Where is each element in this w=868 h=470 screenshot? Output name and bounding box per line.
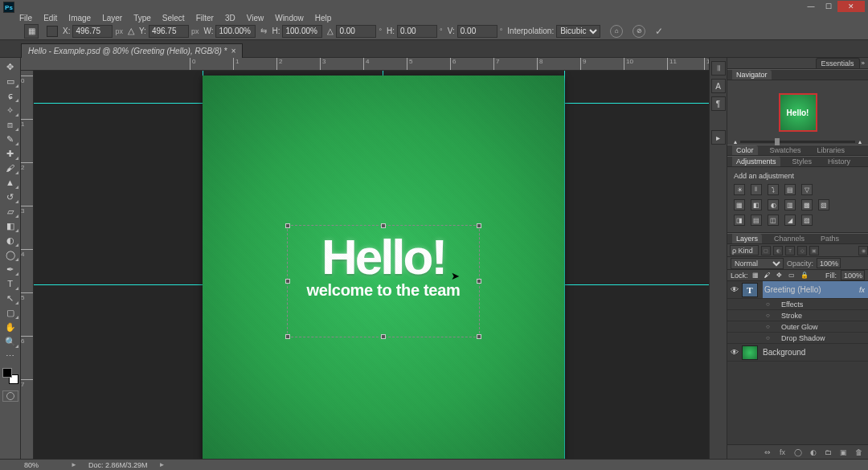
menu-view[interactable]: View (247, 14, 264, 22)
adj-gradient-icon[interactable]: ◢ (784, 215, 796, 226)
lock-pixels-icon[interactable]: 🖌 (764, 272, 772, 280)
tab-color[interactable]: Color (732, 145, 758, 155)
interp-select[interactable]: Bicubic (556, 25, 600, 38)
status-arrow-icon[interactable]: ► (71, 461, 77, 468)
menu-help[interactable]: Help (315, 14, 332, 22)
move-tool[interactable]: ✥ (2, 59, 19, 74)
mask-icon[interactable]: ◯ (792, 447, 803, 457)
transform-handle-bl[interactable] (285, 334, 290, 339)
link-wh-icon[interactable]: ⇆ (260, 27, 267, 35)
adj-select-icon[interactable]: ▨ (801, 215, 813, 226)
hand-tool[interactable]: ✋ (2, 320, 19, 334)
adj-poster-icon[interactable]: ▤ (751, 215, 762, 226)
adj-bw-icon[interactable]: ◐ (768, 199, 779, 210)
x-input[interactable] (72, 25, 113, 38)
layer-search-input[interactable] (730, 245, 759, 255)
zoom-readout[interactable]: 80% (24, 461, 59, 469)
adj-hue-icon[interactable]: ▦ (734, 199, 745, 210)
y-input[interactable] (149, 25, 189, 38)
menu-edit[interactable]: Edit (43, 14, 57, 22)
fill-input[interactable] (841, 270, 865, 280)
layer-background[interactable]: 👁 Background (727, 344, 868, 362)
zoom-tool[interactable]: 🔍 (2, 334, 19, 349)
angle-input[interactable] (336, 25, 376, 38)
adj-levels-icon[interactable]: ⫴ (751, 184, 762, 195)
adj-invert-icon[interactable]: ◨ (734, 215, 745, 226)
link-layers-icon[interactable]: ⇔ (762, 447, 772, 457)
visibility-toggle[interactable]: 👁 (727, 285, 742, 294)
zoom-in-icon[interactable]: ▴ (858, 138, 862, 145)
group-icon[interactable]: 🗀 (823, 447, 833, 457)
adj-lookup-icon[interactable]: ▧ (818, 199, 829, 210)
dock-character-icon[interactable]: A (711, 79, 726, 93)
menu-type[interactable]: Type (133, 14, 151, 22)
visibility-toggle[interactable]: 👁 (727, 348, 742, 357)
adj-photo-icon[interactable]: ▥ (784, 199, 796, 210)
menu-window[interactable]: Window (275, 14, 304, 22)
new-layer-icon[interactable]: ▣ (838, 447, 849, 457)
stamp-tool[interactable]: ▲ (2, 175, 19, 190)
lock-position-icon[interactable]: ✥ (776, 272, 784, 280)
tab-swatches[interactable]: Swatches (766, 145, 805, 155)
quickmask-toggle[interactable] (2, 390, 18, 402)
gradient-tool[interactable]: ◧ (2, 219, 19, 233)
adj-mixer-icon[interactable]: ▩ (801, 199, 813, 210)
filter-adj-icon[interactable]: ◐ (773, 246, 783, 255)
type-tool[interactable]: T (2, 276, 19, 291)
transform-handle-l[interactable] (285, 279, 290, 284)
document-tab[interactable]: Hello - Example.psd @ 80% (Greeting (Hel… (21, 43, 243, 58)
blend-mode-select[interactable]: Normal (731, 258, 784, 269)
menu-filter[interactable]: Filter (196, 14, 214, 22)
navigator-panel[interactable]: Hello! ▴ ▴ (727, 80, 868, 145)
crop-tool[interactable]: ⧈ (2, 117, 19, 132)
dock-paragraph-icon[interactable]: ¶ (711, 96, 726, 111)
eyedropper-tool[interactable]: ✎ (2, 132, 19, 146)
tab-paths[interactable]: Paths (817, 234, 843, 243)
commit-transform-icon[interactable]: ✓ (655, 26, 663, 37)
shape-tool[interactable]: ▢ (2, 305, 19, 320)
navigator-thumbnail[interactable]: Hello! (779, 93, 817, 132)
lock-all-icon[interactable]: 🔒 (800, 272, 809, 280)
dodge-tool[interactable]: ◯ (2, 247, 19, 262)
menu-layer[interactable]: Layer (102, 14, 122, 22)
window-maximize[interactable]: ☐ (820, 1, 837, 12)
window-minimize[interactable]: — (802, 1, 820, 12)
h-input[interactable] (282, 25, 322, 38)
transform-handle-b[interactable] (381, 334, 386, 339)
opacity-input[interactable] (817, 258, 841, 268)
workspace-switcher[interactable]: Essentials » (727, 58, 868, 69)
slider-knob[interactable] (775, 138, 780, 145)
edit-toolbar-icon[interactable]: ⋯ (2, 349, 19, 363)
adj-exposure-icon[interactable]: ▤ (784, 184, 796, 195)
tab-adjustments[interactable]: Adjustments (732, 157, 780, 166)
color-swatches[interactable] (2, 368, 18, 384)
lock-artboard-icon[interactable]: ▭ (788, 272, 796, 280)
layer-thumb-type-icon[interactable]: T (742, 283, 758, 297)
workspace-label[interactable]: Essentials (816, 58, 860, 68)
effect-stroke[interactable]: ○Stroke (727, 310, 868, 321)
menu-image[interactable]: Image (68, 14, 91, 22)
window-close[interactable]: ✕ (837, 1, 865, 12)
collapse-panels-icon[interactable]: » (862, 59, 865, 67)
layer-thumb[interactable] (742, 345, 758, 360)
blur-tool[interactable]: ◐ (2, 233, 19, 247)
trash-icon[interactable]: 🗑 (854, 447, 864, 457)
filter-shape-icon[interactable]: ◇ (797, 246, 807, 255)
xy-swap-icon[interactable]: △ (128, 26, 134, 36)
adj-balance-icon[interactable]: ◧ (751, 199, 762, 210)
skew-v-input[interactable] (457, 25, 497, 38)
transform-handle-tr[interactable] (477, 223, 481, 228)
brush-tool[interactable]: 🖌 (2, 161, 19, 175)
ruler-vertical[interactable]: 0 1 2 3 4 5 6 7 (21, 71, 34, 459)
foreground-swatch[interactable] (2, 368, 12, 378)
tab-styles[interactable]: Styles (788, 157, 817, 166)
w-input[interactable] (215, 25, 256, 38)
fx-badge[interactable]: fx (859, 286, 865, 294)
history-brush-tool[interactable]: ↺ (2, 190, 19, 204)
effect-drop-shadow[interactable]: ○Drop Shadow (727, 333, 868, 344)
lock-transparent-icon[interactable]: ▦ (752, 272, 760, 280)
skew-h-input[interactable] (397, 25, 437, 38)
tab-channels[interactable]: Channels (770, 234, 809, 243)
marquee-tool[interactable]: ▭ (2, 74, 19, 88)
tab-navigator[interactable]: Navigator (732, 70, 772, 80)
